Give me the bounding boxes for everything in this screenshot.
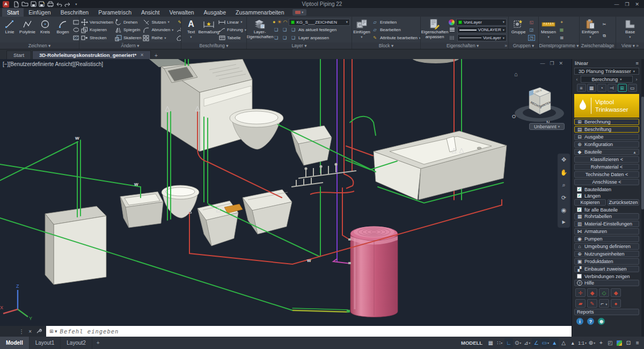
palette-button-2[interactable]: ⊟Ausgabe bbox=[574, 134, 639, 140]
messen-button[interactable]: Messen▾ bbox=[540, 18, 557, 42]
drehen-button[interactable]: Drehen bbox=[115, 19, 141, 26]
palette-bar-1[interactable]: ▥Material-Einstellungen bbox=[574, 221, 639, 227]
qat-customize-icon[interactable]: ▾ bbox=[72, 1, 80, 8]
checkbox-all-row[interactable]: ✓für alle Bauteile bbox=[577, 207, 636, 212]
palette-bar-6[interactable]: ▣Produktdaten bbox=[574, 258, 639, 265]
steering-wheel-icon[interactable]: ◉ bbox=[561, 207, 567, 213]
palette-scrollbar[interactable] bbox=[641, 59, 644, 337]
view-name-pill[interactable]: Unbenannt▾ bbox=[529, 123, 565, 130]
group-footer-zeichnen[interactable]: Zeichnen ▾ bbox=[0, 42, 79, 49]
collapse-icon[interactable]: ▲ bbox=[633, 150, 636, 154]
palette-button-1[interactable]: ▤Beschriftung bbox=[574, 126, 639, 133]
paste-button[interactable]: Einfügen▾ bbox=[581, 18, 599, 42]
question-icon[interactable]: ? bbox=[587, 318, 594, 325]
insulation-alt-icon[interactable]: ◇ bbox=[599, 288, 609, 297]
copy-clip-icon[interactable]: ⧉ bbox=[601, 33, 608, 40]
layer-thaw-icon[interactable]: ☀ bbox=[277, 19, 281, 25]
ellipse-tool-icon[interactable]: ▾ bbox=[72, 26, 79, 33]
checkbox-icon[interactable]: ✓ bbox=[577, 187, 582, 192]
checkbox-icon[interactable]: ✓ bbox=[577, 207, 582, 212]
color-combobox[interactable]: VonLayer▾ bbox=[456, 19, 507, 26]
hatch-tool-icon[interactable]: ▾ bbox=[72, 34, 79, 41]
linie-button[interactable]: Linie bbox=[2, 18, 18, 42]
stop-end-icon[interactable]: ⊣ bbox=[608, 84, 617, 92]
status-settings-icon[interactable]: ⊛ ▾ bbox=[588, 338, 596, 347]
group-footer-aendern[interactable]: Ändern ▾ bbox=[79, 42, 181, 49]
open-folder-icon[interactable] bbox=[21, 1, 28, 8]
vp-minimize-icon[interactable]: — bbox=[540, 61, 545, 66]
bidet[interactable] bbox=[120, 192, 163, 228]
orbit-icon[interactable]: ⟳ bbox=[561, 195, 566, 201]
wall-toilet-left[interactable] bbox=[197, 201, 243, 246]
menu-tab-1[interactable]: Einfügen bbox=[24, 8, 55, 17]
menu-tab-2[interactable]: Beschriften bbox=[56, 8, 94, 17]
command-recent-icon[interactable]: ⊞ ▾ bbox=[49, 329, 57, 334]
edit-pencil-icon[interactable]: ✎ bbox=[176, 19, 181, 26]
abrunden-button[interactable]: Abrunden ▾ bbox=[143, 26, 173, 33]
palette-button-3[interactable]: ⊛Konfiguration bbox=[574, 141, 639, 148]
bogen-button[interactable]: Bogen bbox=[55, 18, 71, 42]
palette-bar-7[interactable]: ▞Einbauart zuweisen bbox=[574, 266, 639, 272]
nav-left-icon[interactable]: ‹ bbox=[574, 77, 580, 82]
bathtub[interactable] bbox=[374, 131, 507, 200]
minimize-icon[interactable]: — bbox=[614, 2, 619, 7]
reports-bar[interactable]: Reports bbox=[574, 309, 639, 315]
pair-button-1[interactable]: Zurücksetzen bbox=[608, 199, 639, 206]
annotation-scale-value[interactable]: 1:1 ▾ bbox=[577, 338, 587, 347]
viewport-canvas[interactable]: W W W Z Y X bbox=[0, 59, 572, 326]
attribute-bearbeiten-button[interactable]: ✎Attribute bearbeiten ▾ bbox=[371, 34, 420, 41]
annotation-add-icon[interactable]: △ bbox=[559, 338, 568, 347]
filter-button-0[interactable]: Klassifizieren < bbox=[574, 156, 639, 163]
polylinie-button[interactable]: Polylinie bbox=[19, 18, 35, 42]
group-footer-beschriftung[interactable]: Beschriftung ▾ bbox=[181, 42, 246, 49]
block-einfuegen-button[interactable]: Einfügen▾ bbox=[354, 18, 370, 42]
ungroup-icon[interactable]: ◱ bbox=[528, 19, 535, 26]
grid-icon[interactable]: ▦ bbox=[486, 338, 495, 347]
full-navigation-icon[interactable]: ✥ bbox=[561, 157, 566, 163]
vp-close-icon[interactable]: ✕ bbox=[559, 61, 563, 66]
palette-bar-0[interactable]: ▦Rohrtabellen bbox=[574, 213, 639, 220]
viewcube-home-icon[interactable]: ⌂ bbox=[514, 71, 518, 77]
corner-tool-icon[interactable]: ⌐ ▾ bbox=[599, 299, 609, 308]
customization-menu-icon[interactable]: ≡ bbox=[633, 338, 642, 347]
crosshair-icon[interactable]: + bbox=[597, 338, 605, 347]
hardware-acceleration-icon[interactable] bbox=[615, 338, 624, 347]
washbasin-large[interactable] bbox=[230, 109, 283, 149]
showmotion-icon[interactable]: ▶ bbox=[562, 220, 565, 224]
layer-anpassen-button[interactable]: ❏❏❏Layer anpassen bbox=[273, 34, 350, 41]
palette-bar-4[interactable]: ⌂Umgebung definieren bbox=[574, 243, 639, 250]
gruppe-button[interactable]: Gruppe bbox=[510, 18, 526, 42]
checkbox-connections-row[interactable]: Verbindungen zeigen bbox=[577, 274, 636, 279]
layout-tab-2[interactable]: Layout2 bbox=[61, 337, 92, 349]
group-footer-dienstprogramme[interactable]: Dienstprogramme ▾ bbox=[539, 42, 579, 49]
layer-eigenschaften-button[interactable]: Layer-Eigenschaften bbox=[248, 18, 271, 42]
tabelle-button[interactable]: Tabelle bbox=[218, 34, 246, 41]
ribbon-options-icon[interactable]: ▾ bbox=[292, 9, 306, 16]
strecken-button[interactable]: Strecken bbox=[81, 34, 113, 41]
zoom-icon[interactable]: ⌕ bbox=[562, 182, 565, 188]
block-erstellen-button[interactable]: ▱Erstellen bbox=[371, 19, 420, 26]
new-drawing-icon[interactable]: + bbox=[152, 52, 160, 59]
palette-bar-5[interactable]: ⊕Nutzungseinheiten bbox=[574, 251, 639, 257]
save-icon[interactable] bbox=[30, 1, 37, 8]
menu-tab-4[interactable]: Ansicht bbox=[136, 8, 164, 17]
close-icon[interactable]: ✕ bbox=[635, 2, 639, 7]
pan-icon[interactable]: ✋ bbox=[560, 170, 568, 176]
checkbox-row-0[interactable]: ✓Bauteildaten bbox=[577, 187, 636, 192]
otrack-icon[interactable]: ∠ bbox=[532, 338, 540, 347]
nav-right-icon[interactable]: › bbox=[634, 77, 639, 82]
menu-tab-3[interactable]: Parametrisch bbox=[93, 8, 136, 17]
annotation-scale-icon[interactable]: ▴ bbox=[568, 338, 577, 347]
grid-window-icon[interactable]: ▦ bbox=[587, 84, 596, 92]
task-combobox[interactable]: Berechnung▾ bbox=[581, 76, 633, 83]
stutzen-button[interactable]: Stutzen ▾ bbox=[143, 19, 173, 26]
layout-tab-1[interactable]: Layout1 bbox=[30, 337, 61, 349]
filter-button-3[interactable]: Anschlüsse < bbox=[574, 179, 639, 185]
help-bar[interactable]: ?Hilfe bbox=[574, 280, 639, 286]
polar-icon[interactable]: ⊙ ▾ bbox=[514, 338, 522, 347]
group-footer-view[interactable]: View ▾ » bbox=[616, 42, 644, 49]
filter-button-1[interactable]: Rohrmaterial < bbox=[574, 164, 639, 170]
quick-calc-icon[interactable]: ▦ bbox=[558, 26, 565, 33]
panel-icon[interactable]: ▭ bbox=[628, 84, 637, 92]
checkbox-icon[interactable]: ✓ bbox=[577, 193, 582, 198]
